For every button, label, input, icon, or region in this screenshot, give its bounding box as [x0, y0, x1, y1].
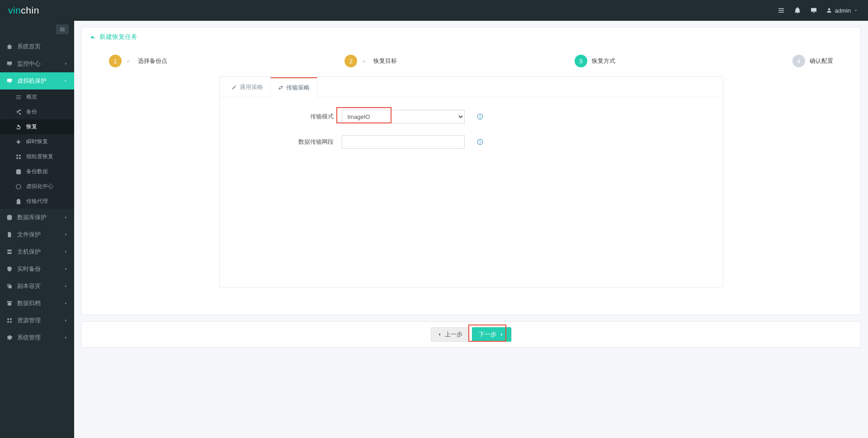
archive-icon: [6, 300, 13, 306]
user-name: admin: [835, 7, 851, 14]
row-transfer-mode: 传输模式 ImageIO: [233, 110, 709, 123]
share-icon: [15, 109, 22, 115]
tasks-icon[interactable]: [777, 6, 785, 14]
chevron-left-icon: [63, 266, 68, 273]
sidebar-item-realtime-backup[interactable]: 实时备份: [0, 260, 74, 278]
sidebar-item-file-protection[interactable]: 文件保护: [0, 226, 74, 243]
step-4[interactable]: 4 确认配置: [793, 55, 833, 67]
tab-body: 传输模式 ImageIO 数据传输: [220, 97, 723, 287]
sub-item-label: 传输代理: [26, 198, 48, 205]
sidebar-item-monitor[interactable]: 监控中心: [0, 55, 74, 72]
sub-item-label: 恢复: [26, 123, 37, 131]
sidebar-item-resource-mgmt[interactable]: 资源管理: [0, 312, 74, 329]
sidebar-item-db-protection[interactable]: 数据库保护: [0, 209, 74, 226]
info-icon[interactable]: [476, 137, 485, 146]
sub-item-granular-restore[interactable]: 细粒度恢复: [0, 149, 74, 164]
sidebar-item-system-mgmt[interactable]: 系统管理: [0, 329, 74, 346]
sub-item-restore[interactable]: 恢复: [0, 119, 74, 134]
logo-rest: chin: [21, 5, 39, 16]
sub-item-instant-restore[interactable]: 瞬时恢复: [0, 134, 74, 149]
swap-icon: [278, 85, 283, 90]
select-transfer-mode[interactable]: ImageIO: [342, 110, 465, 123]
page-title: 新建恢复任务: [99, 33, 137, 41]
step-1-label: 选择备份点: [138, 57, 167, 65]
home-icon: [6, 43, 13, 50]
copy-icon: [6, 283, 13, 289]
sub-item-overview[interactable]: 概览: [0, 89, 74, 104]
step-3-circle: 3: [575, 55, 587, 67]
input-net-segment[interactable]: [342, 135, 465, 149]
tabs-card: 通用策略 传输策略 传输模式 ImageIO: [219, 76, 723, 287]
step-3[interactable]: 3 恢复方式: [575, 55, 615, 67]
vm-icon: [6, 78, 13, 84]
sub-item-transfer-agent[interactable]: 传输代理: [0, 194, 74, 209]
logo-thin: vin: [8, 5, 21, 16]
step-2-label: 恢复目标: [373, 57, 397, 65]
sidebar-item-host-protection[interactable]: 主机保护: [0, 243, 74, 260]
sidebar-item-label: 副本容灾: [17, 282, 41, 290]
sidebar: 系统首页 监控中心 虚拟机保护 概览 备份 恢复 瞬时恢复: [0, 21, 74, 438]
step-1[interactable]: 1 选择备份点: [109, 55, 167, 67]
next-button-label: 下一步: [479, 330, 496, 339]
sub-item-label: 瞬时恢复: [26, 138, 48, 146]
step-2[interactable]: 2 恢复目标: [344, 55, 397, 67]
row-net-segment: 数据传输网段: [233, 135, 709, 149]
check-icon: [362, 58, 366, 65]
file-icon: [6, 231, 13, 238]
step-1-circle: 1: [109, 55, 122, 67]
sidebar-item-label: 主机保护: [17, 248, 41, 256]
clipboard-icon: [15, 198, 22, 205]
sidebar-item-label: 实时备份: [17, 265, 41, 273]
sidebar-item-label: 监控中心: [17, 60, 41, 68]
tab-transfer-strategy[interactable]: 传输策略: [270, 77, 317, 97]
prev-button[interactable]: 上一步: [431, 327, 468, 342]
tab-transfer-label: 传输策略: [286, 84, 310, 92]
sidebar-item-label: 系统首页: [17, 42, 41, 51]
list-icon: [15, 94, 22, 100]
tab-general-label: 通用策略: [240, 83, 263, 91]
bolt-icon: [15, 139, 22, 145]
sub-item-virtualization-center[interactable]: 虚拟化中心: [0, 179, 74, 194]
sub-item-label: 细粒度恢复: [26, 153, 53, 160]
logo: vinchin: [0, 5, 39, 16]
edit-icon: [231, 85, 237, 90]
sidebar-item-home[interactable]: 系统首页: [0, 38, 74, 55]
tabs-header: 通用策略 传输策略: [220, 77, 723, 97]
check-icon: [126, 58, 131, 65]
host-icon: [6, 249, 13, 255]
sidebar-item-vm-protection[interactable]: 虚拟机保护: [0, 72, 74, 89]
tab-general-strategy[interactable]: 通用策略: [224, 77, 270, 97]
step-3-label: 恢复方式: [592, 57, 615, 65]
sub-item-backup-data[interactable]: 备份数据: [0, 164, 74, 179]
sidebar-item-label: 数据归档: [17, 299, 41, 307]
grid-icon: [6, 317, 13, 324]
sidebar-item-data-archive[interactable]: 数据归档: [0, 295, 74, 312]
display-icon[interactable]: [810, 6, 818, 14]
sub-nav-vm: 概览 备份 恢复 瞬时恢复 细粒度恢复 备份数据 虚拟化中心 传输代理: [0, 89, 74, 209]
sidebar-item-label: 数据库保护: [17, 213, 47, 221]
sidebar-item-replica-dr[interactable]: 副本容灾: [0, 278, 74, 295]
sub-item-label: 备份: [26, 108, 37, 116]
step-4-circle: 4: [793, 55, 805, 67]
info-icon[interactable]: [476, 112, 485, 121]
user-menu[interactable]: admin: [826, 7, 858, 14]
shield-icon: [6, 266, 13, 272]
database-icon: [6, 214, 13, 221]
next-button[interactable]: 下一步: [472, 327, 511, 342]
chevron-left-icon: [63, 283, 68, 290]
main-panel: 新建恢复任务 1 选择备份点 2 恢复目标 3 恢复方式 4 确认配置: [81, 27, 861, 315]
steps-row: 1 选择备份点 2 恢复目标 3 恢复方式 4 确认配置: [82, 47, 860, 76]
gear-icon: [6, 334, 13, 341]
bell-icon[interactable]: [793, 6, 802, 14]
sub-item-label: 虚拟化中心: [26, 183, 53, 190]
sidebar-collapse[interactable]: [0, 21, 74, 38]
main-content: 新建恢复任务 1 选择备份点 2 恢复目标 3 恢复方式 4 确认配置: [74, 21, 868, 438]
sub-item-backup[interactable]: 备份: [0, 104, 74, 119]
top-bar: vinchin admin: [0, 0, 868, 21]
step-4-label: 确认配置: [810, 57, 833, 65]
database-icon: [15, 169, 22, 175]
chevron-left-icon: [63, 334, 68, 341]
chevron-down-icon: [63, 78, 68, 85]
chevron-left-icon: [63, 249, 68, 255]
footer-panel: 上一步 下一步: [81, 321, 861, 348]
